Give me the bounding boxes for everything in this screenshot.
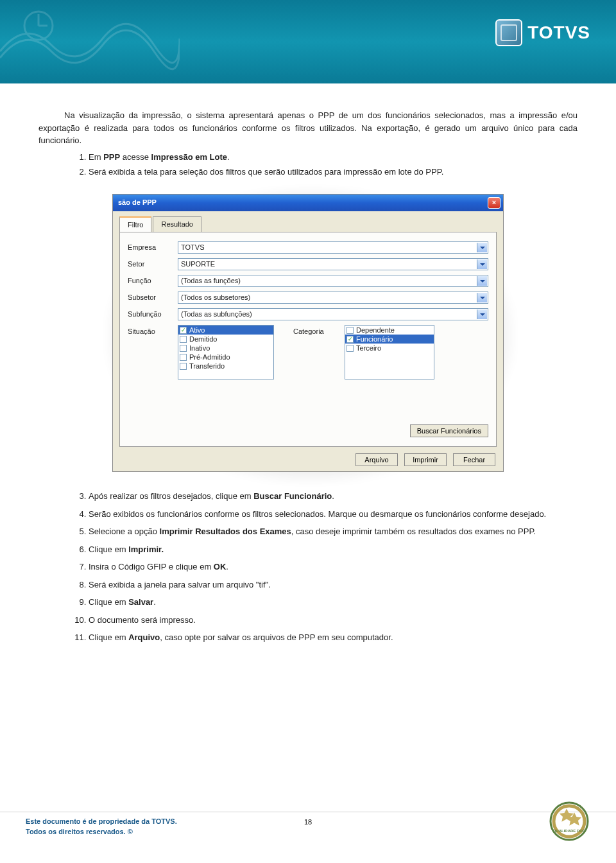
checkbox-icon[interactable]: ✓ bbox=[180, 327, 187, 334]
header-band: TOTVS bbox=[0, 0, 616, 83]
buscar-button[interactable]: Buscar Funcionários bbox=[410, 424, 488, 437]
checkbox-icon[interactable]: ✓ bbox=[346, 336, 354, 343]
label-situacao: Situação bbox=[128, 325, 178, 337]
step-10: O documento será impresso. bbox=[89, 614, 578, 627]
tab-resultado[interactable]: Resultado bbox=[153, 216, 201, 232]
checkbox-icon[interactable] bbox=[180, 345, 187, 352]
close-button[interactable]: × bbox=[488, 197, 501, 209]
quality-seal-icon: QUALIDADE DOC bbox=[548, 800, 590, 842]
tab-panel-filtro: EmpresaTOTVS SetorSUPORTE Função(Todas a… bbox=[119, 232, 497, 447]
brand-logo: TOTVS bbox=[495, 19, 590, 46]
cube-icon bbox=[495, 19, 522, 46]
step-2: Será exibida a tela para seleção dos fil… bbox=[89, 166, 578, 179]
chevron-down-icon[interactable] bbox=[477, 259, 487, 269]
combo-setor[interactable]: SUPORTE bbox=[178, 258, 488, 270]
step-7: Insira o Código GFIP e clique em OK. bbox=[89, 561, 578, 573]
brand-name: TOTVS bbox=[527, 22, 590, 43]
checkbox-icon[interactable] bbox=[180, 354, 187, 361]
label-categoria: Categoria bbox=[274, 325, 345, 337]
listbox-situacao[interactable]: ✓Ativo Demitido Inativo Pré-Admitido Tra… bbox=[178, 325, 274, 379]
checkbox-icon[interactable] bbox=[180, 336, 187, 343]
header-wave-graphic bbox=[0, 6, 180, 71]
step-4: Serão exibidos os funcionários conforme … bbox=[89, 508, 578, 521]
step-6: Clique em Imprimir. bbox=[89, 543, 578, 556]
step-3: Após realizar os filtros desejados, cliq… bbox=[89, 490, 578, 503]
label-setor: Setor bbox=[128, 259, 178, 270]
listbox-categoria[interactable]: Dependente ✓Funcionário Terceiro bbox=[345, 325, 434, 379]
combo-funcao[interactable]: (Todas as funções) bbox=[178, 275, 488, 287]
chevron-down-icon[interactable] bbox=[477, 243, 487, 252]
svg-text:QUALIDADE DOC: QUALIDADE DOC bbox=[553, 829, 586, 833]
dialog-titlebar: são de PPP × bbox=[113, 195, 503, 211]
chevron-down-icon[interactable] bbox=[477, 276, 487, 286]
combo-subfuncao[interactable]: (Todas as subfunções) bbox=[178, 308, 488, 320]
step-5: Selecione a opção Imprimir Resultados do… bbox=[89, 525, 578, 538]
embedded-screenshot: são de PPP × Filtro Resultado EmpresaTOT… bbox=[112, 194, 504, 473]
step-9: Clique em Salvar. bbox=[89, 596, 578, 609]
page-footer: Este documento é de propriedade da TOTVS… bbox=[0, 812, 616, 850]
step-1: Em PPP acesse Impressão em Lote. bbox=[89, 151, 578, 164]
label-empresa: Empresa bbox=[128, 242, 178, 253]
dialog-title: são de PPP bbox=[118, 197, 488, 208]
checkbox-icon[interactable] bbox=[180, 363, 187, 370]
step-8: Será exibida a janela para salvar um arq… bbox=[89, 579, 578, 591]
footer-line-1: Este documento é de propriedade da TOTVS… bbox=[26, 817, 590, 825]
dialog-window: são de PPP × Filtro Resultado EmpresaTOT… bbox=[112, 194, 504, 473]
footer-line-2: Todos os direitos reservados. © bbox=[26, 828, 590, 835]
checkbox-icon[interactable] bbox=[346, 327, 354, 334]
step-11: Clique em Arquivo, caso opte por salvar … bbox=[89, 631, 578, 644]
document-body: Na visualização da impressão, o sistema … bbox=[0, 83, 616, 644]
arquivo-button[interactable]: Arquivo bbox=[355, 453, 398, 466]
label-subsetor: Subsetor bbox=[128, 292, 178, 303]
label-subfuncao: Subfunção bbox=[128, 309, 178, 320]
combo-subsetor[interactable]: (Todos os subsetores) bbox=[178, 292, 488, 304]
combo-empresa[interactable]: TOTVS bbox=[178, 241, 488, 254]
list-item[interactable]: Terceiro bbox=[345, 344, 434, 353]
label-funcao: Função bbox=[128, 275, 178, 286]
list-item[interactable]: Transferido bbox=[178, 362, 273, 370]
chevron-down-icon[interactable] bbox=[477, 309, 487, 319]
paragraph-intro: Na visualização da impressão, o sistema … bbox=[38, 109, 578, 147]
imprimir-button[interactable]: Imprimir bbox=[404, 453, 447, 466]
fechar-button[interactable]: Fechar bbox=[453, 453, 495, 466]
checkbox-icon[interactable] bbox=[346, 345, 354, 352]
tab-filtro[interactable]: Filtro bbox=[119, 216, 151, 232]
chevron-down-icon[interactable] bbox=[477, 293, 487, 302]
svg-point-3 bbox=[551, 803, 588, 840]
